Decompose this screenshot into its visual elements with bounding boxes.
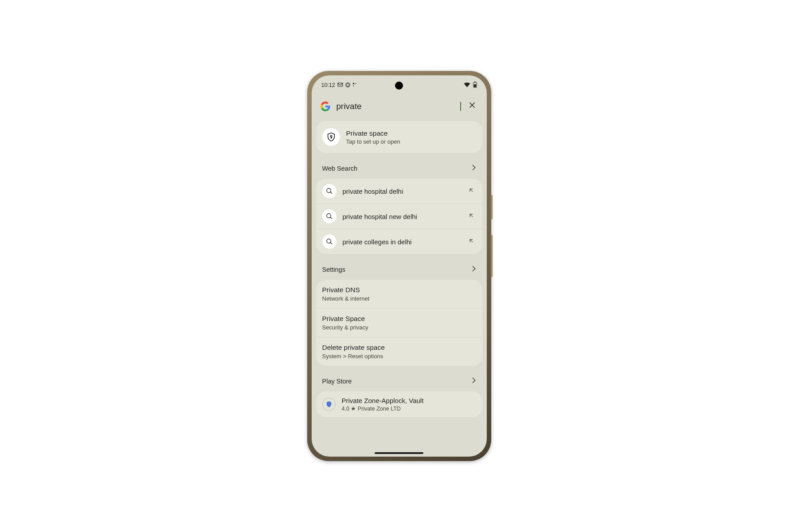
svg-point-1 (347, 83, 349, 86)
clear-search-button[interactable] (466, 99, 478, 113)
private-space-feature-card[interactable]: Private space Tap to set up or open (316, 121, 482, 153)
app-subtitle: 4.0 ★ Private Zone LTD (342, 405, 424, 412)
settings-results: Private DNS Network & internet Private S… (316, 280, 482, 366)
play-store-section-header[interactable]: Play Store (316, 371, 482, 391)
phone-device-frame: 10:12 (307, 71, 491, 461)
settings-section-header[interactable]: Settings (316, 259, 482, 280)
search-input[interactable]: private (336, 102, 460, 111)
insert-suggestion-icon[interactable] (466, 185, 476, 197)
settings-result-item[interactable]: Delete private space System > Reset opti… (316, 337, 482, 366)
status-time: 10:12 (321, 82, 335, 88)
settings-item-title: Private Space (322, 315, 476, 323)
svg-point-2 (353, 83, 354, 84)
svg-point-0 (346, 82, 350, 86)
search-suggestion[interactable]: private hospital new delhi (316, 203, 482, 229)
section-label: Web Search (322, 165, 358, 172)
search-suggestion[interactable]: private hospital delhi (316, 179, 482, 203)
svg-point-3 (355, 83, 356, 84)
svg-rect-6 (474, 82, 476, 82)
search-icon (322, 184, 336, 198)
svg-rect-7 (474, 84, 476, 87)
chevron-right-icon (472, 377, 476, 385)
svg-point-4 (353, 85, 354, 86)
power-button (491, 195, 493, 219)
screen: 10:12 (312, 75, 487, 457)
suggestion-text: private hospital new delhi (343, 213, 460, 220)
app-icon (322, 398, 336, 411)
settings-result-item[interactable]: Private Space Security & privacy (316, 308, 482, 337)
settings-item-subtitle: Network & internet (322, 295, 476, 302)
google-logo-icon (321, 102, 330, 111)
volume-button (491, 235, 493, 277)
gmail-icon (337, 82, 343, 88)
chevron-right-icon (472, 266, 476, 274)
play-store-app-item[interactable]: Private Zone-Applock, Vault 4.0 ★ Privat… (316, 391, 482, 417)
battery-icon (473, 82, 477, 89)
search-suggestion[interactable]: private colleges in delhi (316, 229, 482, 254)
web-search-section-header[interactable]: Web Search (316, 158, 482, 179)
camera-cutout (395, 82, 403, 90)
play-store-results: Private Zone-Applock, Vault 4.0 ★ Privat… (316, 391, 482, 417)
chevron-right-icon (472, 164, 476, 172)
web-search-suggestions: private hospital delhi private hospital … (316, 179, 482, 254)
section-label: Settings (322, 266, 345, 273)
settings-item-title: Private DNS (322, 286, 476, 294)
settings-item-subtitle: Security & privacy (322, 324, 476, 331)
shield-key-icon (322, 128, 340, 146)
settings-result-item[interactable]: Private DNS Network & internet (316, 280, 482, 308)
opera-icon (345, 82, 350, 88)
insert-suggestion-icon[interactable] (466, 211, 476, 222)
app-title: Private Zone-Applock, Vault (342, 397, 424, 404)
settings-item-title: Delete private space (322, 344, 476, 352)
suggestion-text: private colleges in delhi (343, 238, 460, 246)
search-bar: private (312, 95, 487, 121)
feature-subtitle: Tap to set up or open (346, 138, 400, 145)
settings-item-subtitle: System > Reset options (322, 353, 476, 360)
feature-title: Private space (346, 129, 400, 137)
nav-gesture-handle[interactable] (375, 452, 423, 454)
section-label: Play Store (322, 378, 352, 385)
search-icon (322, 209, 336, 223)
suggestion-text: private hospital delhi (343, 188, 460, 195)
insert-suggestion-icon[interactable] (466, 236, 476, 247)
wifi-icon (464, 82, 470, 89)
search-icon (322, 235, 336, 249)
more-icon (352, 82, 357, 88)
results-scroll-area[interactable]: Private space Tap to set up or open Web … (312, 121, 487, 454)
